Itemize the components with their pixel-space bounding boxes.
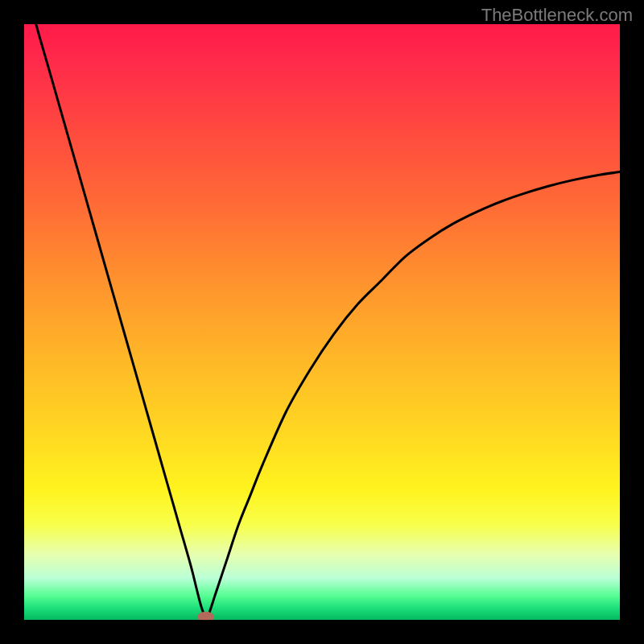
plot-area	[24, 24, 620, 620]
optimum-marker	[197, 612, 214, 620]
chart-container: TheBottleneck.com	[0, 0, 644, 644]
curve-layer	[24, 24, 620, 620]
watermark-text: TheBottleneck.com	[481, 5, 633, 26]
bottleneck-curve	[24, 24, 620, 617]
